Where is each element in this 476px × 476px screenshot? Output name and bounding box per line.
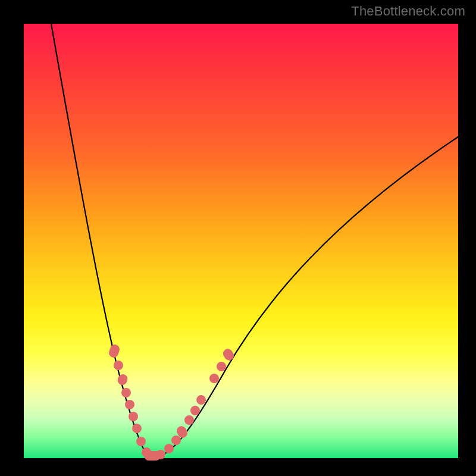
watermark-text: TheBottleneck.com — [351, 4, 465, 19]
chart-svg — [24, 24, 458, 458]
curve-left-branch — [51, 24, 152, 458]
marker-dot — [171, 436, 181, 445]
marker-dot — [121, 388, 131, 397]
marker-dot — [209, 374, 219, 383]
marker-dot — [129, 412, 138, 421]
marker-dot — [136, 437, 146, 446]
marker-dot — [164, 444, 174, 453]
marker-pill — [130, 422, 143, 434]
marker-dot — [114, 361, 123, 370]
markers-group — [108, 343, 236, 461]
chart-frame: TheBottleneck.com — [0, 0, 476, 476]
marker-dot — [184, 415, 194, 425]
marker-pill — [116, 373, 129, 386]
plot-area — [24, 24, 458, 458]
marker-pill — [221, 347, 236, 362]
marker-dot — [217, 362, 226, 371]
marker-pill — [108, 343, 121, 359]
marker-dot — [125, 400, 134, 409]
marker-dot — [190, 406, 200, 415]
marker-dot — [156, 450, 165, 459]
